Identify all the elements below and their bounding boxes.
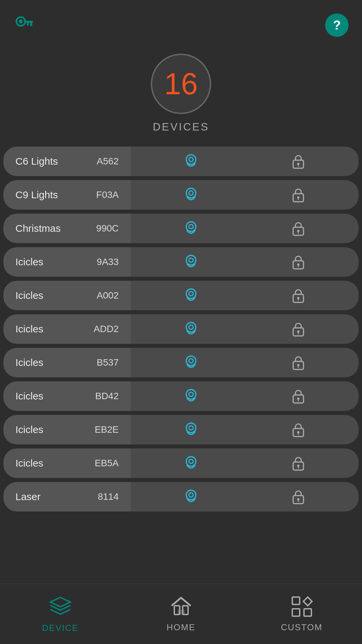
svg-point-43 bbox=[297, 397, 300, 400]
svg-point-18 bbox=[297, 230, 300, 232]
device-actions bbox=[131, 348, 359, 377]
svg-point-5 bbox=[186, 155, 196, 164]
svg-point-53 bbox=[297, 465, 300, 467]
svg-point-1 bbox=[19, 19, 23, 23]
svg-rect-64 bbox=[292, 597, 300, 604]
device-code: A002 bbox=[97, 290, 119, 301]
device-info: Icicles BD42 bbox=[3, 381, 131, 411]
help-button[interactable]: ? bbox=[325, 13, 349, 37]
svg-point-38 bbox=[297, 364, 300, 366]
device-count-section: 16 DEVICES bbox=[0, 54, 362, 133]
svg-point-56 bbox=[189, 493, 193, 497]
table-row: C6 Lights A562 bbox=[3, 147, 359, 176]
table-row: Icicles 9A33 bbox=[3, 247, 359, 277]
device-code: A562 bbox=[97, 156, 119, 167]
device-actions bbox=[131, 482, 359, 512]
svg-point-36 bbox=[189, 359, 193, 363]
svg-point-23 bbox=[297, 263, 300, 266]
svg-point-31 bbox=[189, 325, 193, 329]
device-actions bbox=[131, 147, 359, 176]
device-count-label: DEVICES bbox=[153, 121, 209, 133]
location-pin-icon[interactable] bbox=[181, 420, 201, 440]
svg-rect-63 bbox=[178, 610, 185, 614]
device-nav-icon bbox=[49, 595, 72, 620]
location-pin-icon[interactable] bbox=[181, 487, 201, 507]
svg-point-51 bbox=[189, 459, 193, 464]
device-actions bbox=[131, 180, 359, 210]
lock-icon[interactable] bbox=[288, 353, 308, 373]
svg-marker-67 bbox=[303, 597, 312, 606]
device-info: Icicles EB2E bbox=[3, 415, 131, 444]
lock-icon[interactable] bbox=[288, 252, 308, 272]
table-row: Icicles B537 bbox=[3, 348, 359, 377]
home-nav-icon bbox=[170, 596, 192, 619]
table-row: Icicles BD42 bbox=[3, 381, 359, 411]
device-info: C6 Lights A562 bbox=[3, 147, 131, 176]
location-pin-icon[interactable] bbox=[181, 218, 201, 238]
lock-icon[interactable] bbox=[288, 487, 308, 507]
location-pin-icon[interactable] bbox=[181, 285, 201, 306]
svg-point-28 bbox=[297, 297, 300, 299]
device-info: Icicles A002 bbox=[3, 281, 131, 310]
location-pin-icon[interactable] bbox=[181, 386, 201, 406]
lock-icon[interactable] bbox=[288, 420, 308, 440]
location-pin-icon[interactable] bbox=[181, 151, 201, 171]
device-name: Icicles bbox=[15, 357, 43, 368]
home-nav-label: HOME bbox=[167, 622, 195, 633]
table-row: Christmas 990C bbox=[3, 214, 359, 243]
device-info: Icicles B537 bbox=[3, 348, 131, 377]
device-name: Icicles bbox=[15, 458, 43, 469]
svg-point-55 bbox=[186, 490, 196, 500]
svg-point-50 bbox=[186, 457, 196, 466]
header: ? bbox=[0, 0, 362, 44]
table-row: Icicles A002 bbox=[3, 281, 359, 310]
nav-item-device[interactable]: DEVICE bbox=[13, 595, 107, 633]
svg-point-35 bbox=[186, 356, 196, 366]
device-info: Laser 8114 bbox=[3, 482, 131, 512]
location-pin-icon[interactable] bbox=[181, 453, 201, 473]
svg-point-20 bbox=[186, 255, 196, 265]
table-row: C9 Lights F03A bbox=[3, 180, 359, 210]
location-pin-icon[interactable] bbox=[181, 185, 201, 205]
svg-point-25 bbox=[186, 289, 196, 299]
bottom-nav: DEVICE HOME CUSTOM bbox=[0, 584, 362, 644]
svg-marker-60 bbox=[50, 597, 70, 607]
lock-icon[interactable] bbox=[288, 185, 308, 205]
svg-rect-3 bbox=[30, 23, 32, 26]
svg-point-26 bbox=[189, 291, 193, 296]
location-pin-icon[interactable] bbox=[181, 353, 201, 373]
device-list: C6 Lights A562 bbox=[0, 147, 362, 512]
svg-point-16 bbox=[189, 224, 193, 229]
lock-icon[interactable] bbox=[288, 285, 308, 306]
lock-icon[interactable] bbox=[288, 151, 308, 171]
svg-point-33 bbox=[297, 330, 300, 333]
lock-icon[interactable] bbox=[288, 319, 308, 339]
svg-point-58 bbox=[297, 498, 300, 500]
nav-item-custom[interactable]: CUSTOM bbox=[255, 596, 349, 633]
device-name: Icicles bbox=[15, 390, 43, 402]
svg-rect-65 bbox=[292, 609, 300, 616]
device-actions bbox=[131, 381, 359, 411]
device-name: C9 Lights bbox=[15, 189, 58, 201]
svg-rect-66 bbox=[304, 609, 311, 616]
lock-icon[interactable] bbox=[288, 453, 308, 473]
device-actions bbox=[131, 247, 359, 277]
table-row: Icicles ADD2 bbox=[3, 314, 359, 344]
location-pin-icon[interactable] bbox=[181, 319, 201, 339]
device-actions bbox=[131, 214, 359, 243]
lock-icon[interactable] bbox=[288, 218, 308, 238]
nav-item-home[interactable]: HOME bbox=[134, 596, 228, 633]
device-actions bbox=[131, 415, 359, 444]
device-code: F03A bbox=[96, 190, 119, 200]
custom-nav-icon bbox=[291, 596, 313, 619]
lock-icon[interactable] bbox=[288, 386, 308, 406]
device-count-number: 16 bbox=[164, 69, 198, 99]
device-name: Laser bbox=[15, 491, 41, 502]
device-info: C9 Lights F03A bbox=[3, 180, 131, 210]
device-name: Icicles bbox=[15, 323, 43, 335]
key-icon bbox=[13, 13, 34, 34]
location-pin-icon[interactable] bbox=[181, 252, 201, 272]
table-row: Icicles EB2E bbox=[3, 415, 359, 444]
device-code: 990C bbox=[96, 223, 119, 234]
device-actions bbox=[131, 281, 359, 310]
